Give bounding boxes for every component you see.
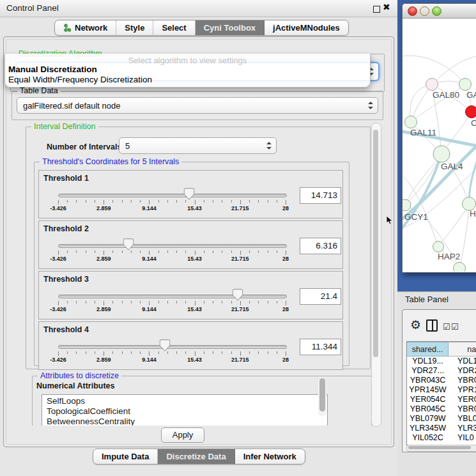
- threshold-panel: Threshold 2 -3.4262.8599.14415.4321.7152…: [38, 220, 343, 269]
- application-root: Control Panel ✖ Network Style Select Cyn…: [0, 0, 476, 476]
- network-node[interactable]: [433, 242, 444, 252]
- threshold-value-field[interactable]: 14.713: [300, 187, 341, 204]
- node-label: GA: [466, 90, 476, 100]
- zoom-traffic-light-icon[interactable]: [432, 6, 441, 16]
- table-toolbar: ⚙ ☑ ☑: [403, 310, 476, 341]
- tab-label: Network: [75, 23, 107, 33]
- network-node[interactable]: [405, 116, 417, 128]
- network-node[interactable]: [403, 199, 411, 211]
- slider-tick-labels: -3.4262.8599.14415.4321.71528: [58, 205, 286, 211]
- table-horizontal-scrollbar[interactable]: [406, 445, 476, 452]
- interval-definition-group: Interval Definition Number of Intervals …: [26, 127, 371, 369]
- network-node-labels: GAL80GACGAL11GAL4GCY1HHAP2: [404, 90, 476, 261]
- unselect-all-icon[interactable]: ☑: [451, 322, 457, 332]
- number-of-intervals-combo[interactable]: 5: [119, 137, 277, 154]
- network-node[interactable]: [459, 79, 472, 91]
- threshold-label: Threshold 2: [43, 224, 89, 233]
- dropdown-item-manual-discretization[interactable]: Manual Discretization: [8, 65, 97, 74]
- scrollbar-thumb[interactable]: [373, 130, 378, 357]
- thresholds-group: Threshold's Coordinates for 5 Intervals …: [34, 162, 349, 366]
- attribute-list-item[interactable]: TopologicalCoefficient: [42, 406, 327, 417]
- tab-label: Discretize Data: [166, 452, 226, 461]
- network-node[interactable]: [466, 106, 476, 118]
- threshold-panel: Threshold 4 -3.4262.8599.14415.4321.7152…: [38, 321, 343, 370]
- tab-label: Select: [162, 23, 186, 33]
- table-row[interactable]: YIL052CYIL0: [407, 433, 476, 443]
- network-window-titlebar[interactable]: [403, 4, 476, 19]
- apply-button[interactable]: Apply: [161, 427, 204, 443]
- tab-style[interactable]: Style: [116, 20, 153, 35]
- tab-label: Cyni Toolbox: [204, 23, 256, 33]
- node-label: GAL80: [433, 90, 459, 100]
- network-icon: [63, 24, 72, 32]
- tab-infer-network[interactable]: Infer Network: [235, 449, 305, 464]
- combo-value: galFiltered.sif default node: [23, 101, 120, 111]
- close-traffic-light-icon[interactable]: [408, 6, 417, 16]
- dropdown-item-equal-width[interactable]: Equal Width/Frequency Discretization: [8, 75, 152, 84]
- slider-thumb[interactable]: [233, 289, 243, 301]
- tab-cyni-toolbox[interactable]: Cyni Toolbox: [196, 20, 265, 35]
- threshold-value-field[interactable]: 6.316: [300, 238, 341, 254]
- tab-select[interactable]: Select: [153, 20, 195, 35]
- combo-arrows-icon: [368, 102, 373, 109]
- numerical-attributes-label: Numerical Attributes: [36, 381, 114, 390]
- node-label: HAP2: [438, 252, 460, 261]
- attributes-list-scrollbar[interactable]: [318, 378, 326, 416]
- column-header-name[interactable]: name: [449, 342, 476, 357]
- panel-title: Control Panel: [6, 3, 59, 13]
- tab-discretize-data[interactable]: Discretize Data: [158, 449, 234, 464]
- slider-ticks: [58, 200, 286, 204]
- slider-thumb[interactable]: [160, 339, 171, 351]
- table-panel: ⚙ ☑ ☑ shared... name YDL19...YDL1YDR27..…: [402, 309, 476, 452]
- table-row[interactable]: YDL19...YDL1: [407, 357, 476, 366]
- table-row[interactable]: YBL079WYBL0: [407, 414, 476, 424]
- select-all-icon[interactable]: ☑: [443, 322, 449, 332]
- network-node[interactable]: [433, 146, 450, 162]
- algorithm-dropdown-popup: Select algorithm to view settings Manual…: [4, 54, 371, 88]
- table-row[interactable]: YBR045CYBR0: [407, 404, 476, 414]
- table-row[interactable]: YLR345WYLR3: [407, 424, 476, 433]
- node-label: GAL4: [441, 162, 463, 171]
- settings-scroll-viewport: Interval Definition Number of Intervals …: [10, 123, 372, 426]
- tab-network[interactable]: Network: [55, 20, 116, 35]
- table-row[interactable]: YDR27...YDR2: [407, 366, 476, 376]
- tab-jactivemnodules[interactable]: jActiveMNodules: [265, 20, 348, 35]
- threshold-panel: Threshold 1 -3.4262.8599.14415.4321.7152…: [38, 170, 343, 219]
- minimize-traffic-light-icon[interactable]: [420, 6, 429, 16]
- scrollbar-thumb[interactable]: [408, 446, 471, 449]
- mouse-cursor: [386, 216, 394, 225]
- network-node[interactable]: [454, 263, 466, 272]
- tab-label: jActiveMNodules: [273, 23, 340, 33]
- slider-thumb-zone: [58, 289, 286, 302]
- network-window: GAL80GACGAL11GAL4GCY1HHAP2: [402, 3, 476, 273]
- threshold-value-field[interactable]: 11.344: [300, 339, 341, 355]
- group-title: Attributes to discretize: [38, 371, 121, 380]
- attribute-list-item[interactable]: BetweennessCentrality: [42, 417, 327, 426]
- table-header: shared... name: [407, 342, 476, 357]
- slider-thumb[interactable]: [184, 188, 195, 200]
- close-icon[interactable]: ✖: [383, 2, 390, 12]
- tab-impute-data[interactable]: Impute Data: [93, 449, 158, 464]
- network-node[interactable]: [426, 79, 438, 91]
- gear-icon[interactable]: ⚙: [410, 318, 421, 332]
- node-label: C: [471, 118, 476, 128]
- combo-arrows-icon: [266, 142, 272, 150]
- table-data-combo[interactable]: galFiltered.sif default node: [17, 97, 378, 114]
- attribute-list-item[interactable]: SelfLoops: [42, 396, 327, 406]
- settings-vertical-scrollbar[interactable]: [371, 123, 381, 427]
- table-row[interactable]: YER054CYER0: [407, 395, 476, 404]
- slider-ticks: [58, 250, 286, 255]
- threshold-value-field[interactable]: 21.4: [300, 288, 341, 305]
- column-header-shared-name[interactable]: shared...: [407, 342, 449, 357]
- table-row[interactable]: YPR145WYPR1: [407, 385, 476, 395]
- slider-thumb[interactable]: [123, 238, 134, 250]
- slider-thumb-zone: [58, 188, 286, 201]
- threshold-panel: Threshold 3 -3.4262.8599.14415.4321.7152…: [38, 271, 343, 319]
- number-of-intervals-label: Number of Intervals: [47, 142, 121, 151]
- network-canvas[interactable]: GAL80GACGAL11GAL4GCY1HHAP2: [403, 19, 476, 272]
- group-title: Interval Definition: [31, 123, 98, 131]
- float-window-icon[interactable]: [373, 6, 380, 13]
- control-panel-titlebar: Control Panel ✖: [0, 0, 397, 17]
- table-row[interactable]: YBR043CYBR0: [407, 376, 476, 385]
- column-selector-icon[interactable]: [426, 319, 438, 332]
